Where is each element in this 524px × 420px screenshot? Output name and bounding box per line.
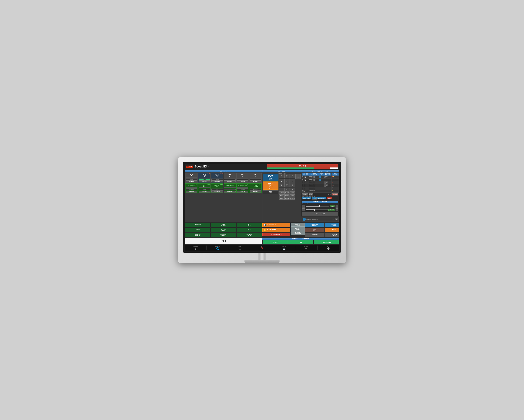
radio-transport-select[interactable]: Unselect — [186, 189, 197, 190]
phone-line-ext102[interactable]: EXT102 Hold — [263, 181, 279, 190]
ptt-btn[interactable]: PTT — [185, 238, 262, 244]
radio-tac2-transmit[interactable]: TRANSMIT — [199, 180, 210, 182]
radio-tac1-transmit[interactable]: TRANSMIT — [186, 180, 197, 182]
dial-2[interactable]: abc2 — [284, 174, 290, 178]
msg-arrow-btn[interactable]: ▶ — [335, 218, 338, 220]
phone-contacts-btn[interactable]: Contacts — [290, 197, 295, 200]
mic-mute-btn[interactable]: MICMUTE — [305, 228, 324, 232]
radio-cid-transmit[interactable]: TRANSMIT — [199, 191, 210, 192]
stop-btn[interactable]: ⏹ Stop — [327, 197, 332, 199]
clear-encrypt-btn[interactable]: CLEAR/ENCRYPT — [211, 228, 236, 232]
vol-slider-thumb-1[interactable] — [319, 205, 320, 207]
forward-calls-btn[interactable]: FORWARDCALLS — [324, 232, 339, 237]
headset-monitor-btn[interactable]: HEADSETMONITOR — [291, 231, 305, 235]
phone-alert-btn[interactable]: Alert — [279, 197, 284, 200]
phone-check-btn[interactable]: ✓Check — [279, 191, 284, 194]
phone-monitor-btn[interactable]: Monitor — [284, 197, 289, 200]
alert-tone-icon: 📢 — [263, 224, 266, 226]
radio-talk-around-select[interactable]: Unselect — [250, 189, 261, 191]
forensics-btn[interactable]: FORENSICS — [314, 240, 339, 244]
msg-info-btn[interactable]: i — [303, 218, 306, 221]
radio-supervisors-transmit[interactable]: TRANSMIT — [237, 191, 248, 192]
dial-0[interactable]: 0 — [284, 188, 290, 191]
phone-back-btn[interactable]: ⌫Back — [284, 191, 289, 194]
radio-tac4-transmit[interactable]: TRANSMIT — [224, 180, 236, 182]
radio-special-ops-select[interactable]: Patch — [211, 189, 223, 191]
radio-cid-select[interactable]: Patch — [199, 189, 210, 190]
dial-9[interactable]: wxyz9 — [290, 183, 295, 188]
radio-supervisors-select[interactable]: Unselect — [237, 189, 248, 190]
hold-btn[interactable]: HOLD — [324, 228, 339, 232]
radio-transport-transmit[interactable]: TRANSMIT — [186, 191, 197, 192]
dial-7[interactable]: pgrs7 — [279, 183, 284, 188]
radio-tac5-transmit[interactable]: TRANSMIT — [237, 180, 248, 182]
dial-3[interactable]: def3 — [290, 174, 295, 178]
chief-btn[interactable]: CHIEF — [263, 240, 288, 244]
phone-stun-btn[interactable]: Stun — [279, 194, 284, 197]
vol-minus-1[interactable]: − — [302, 205, 305, 208]
dial-1[interactable]: 1 — [279, 174, 284, 178]
play-btn[interactable]: ▶ Play — [312, 197, 317, 199]
stop-scroll-btn[interactable]: Stop Scroll — [332, 193, 338, 196]
phone-revive-btn[interactable]: Revive — [284, 194, 289, 197]
phone-group-btn[interactable]: Group — [290, 194, 295, 197]
emerg-btn[interactable]: Emerg — [309, 193, 314, 196]
vol-slider-thumb-2[interactable] — [314, 209, 315, 211]
radio-special-ops-transmit[interactable]: TRANSMIT — [211, 191, 223, 192]
taskbar-logout[interactable]: LOG OUT ➡ — [295, 246, 317, 250]
taskbar-help[interactable]: HELP ❓ — [251, 246, 273, 250]
radio-talk-around-transmit[interactable]: TRANSMIT — [250, 191, 261, 192]
dial-hash[interactable]: # — [290, 188, 295, 191]
alert-tone-btn[interactable]: 📢 ALERT TONE — [262, 223, 290, 227]
phone-911[interactable]: 911 — [263, 190, 279, 194]
radio-tac4-select[interactable] — [224, 179, 236, 180]
simul-select-btn[interactable]: SIMULSELECT — [211, 223, 236, 227]
radio-tac6-transmit[interactable]: TRANSMIT — [250, 180, 261, 182]
radio-narcotics-transmit[interactable]: TRANSMIT — [224, 191, 236, 192]
phone-recall-btn[interactable]: ↩Recall — [296, 174, 301, 179]
taskbar-browser[interactable]: BROWSER 🌐 — [207, 246, 228, 250]
radio-tac2-select[interactable]: Select — [199, 179, 210, 180]
taskbar-mrm[interactable]: MRM 📞 — [229, 246, 251, 250]
all-mute-btn[interactable]: ALLMUTE — [237, 223, 262, 227]
radio-tac5-select[interactable] — [237, 179, 248, 180]
emerg-clear-btn[interactable]: EMERGENCYCLEAR — [211, 232, 236, 237]
taskbar-mode[interactable]: MODE 💻 — [273, 246, 295, 250]
endpoint-btn[interactable]: Endpoint — [302, 193, 308, 196]
taskbar-exit[interactable]: EXIT ⏻ — [317, 246, 339, 250]
dial-8[interactable]: tuv8 — [284, 183, 290, 188]
choose-line-btn[interactable]: Choose Line — [302, 212, 338, 216]
dial-5[interactable]: jkl5 — [284, 179, 290, 183]
dial-star[interactable]: * — [279, 188, 284, 191]
vol-unselect-btn[interactable]: Unselect — [328, 209, 335, 211]
vol-plus-2[interactable]: + — [336, 208, 338, 211]
release-btn[interactable]: RELEASE — [305, 232, 324, 237]
channel-marker-btn[interactable]: CHANNELMARKER — [185, 232, 210, 237]
radio-tac6-select[interactable] — [250, 179, 261, 180]
unselect-btn[interactable]: UNSELECT — [185, 223, 210, 227]
radio-narcotics-select[interactable] — [224, 189, 236, 190]
alarm-tone-btn[interactable]: 🔔 ALARM TONE — [262, 228, 290, 232]
transfer-attended-btn[interactable]: TRANSFERAttended — [305, 223, 324, 227]
radio-tac3-select[interactable]: Unselect — [211, 179, 223, 180]
emergency-btn[interactable]: ⚠ EMERGENCY — [262, 232, 290, 236]
radio-tac3-transmit[interactable]: TRANSMIT — [211, 180, 223, 182]
vol-select-btn[interactable]: Select — [330, 205, 335, 207]
phone-line-ext101[interactable]: EXT101 — [263, 174, 279, 181]
radio-tac1-select[interactable]: Select — [186, 178, 197, 180]
volume-reset-btn[interactable]: VOLUMERESET — [291, 223, 305, 227]
mute-btn[interactable]: MUTE — [237, 228, 262, 232]
vol-plus-1[interactable]: + — [336, 205, 338, 208]
k9-btn[interactable]: K9 — [288, 240, 313, 244]
vol-minus-2[interactable]: − — [302, 208, 305, 211]
phone-commit-btn[interactable]: Commit — [290, 191, 295, 194]
patch-btn[interactable]: PATCH — [185, 228, 210, 232]
dial-6[interactable]: mno6 — [290, 179, 295, 183]
do-not-disturb-btn[interactable]: DO NOTDISTURB — [291, 227, 305, 231]
repeater-onoff-btn[interactable]: REPEATERON/OFF — [237, 232, 262, 237]
prev-line-btn[interactable]: ⏮ Prev for Line — [302, 197, 311, 199]
dial-4[interactable]: ghi4 — [279, 179, 284, 183]
next-line-btn[interactable]: ⏭ Next for Line — [317, 197, 326, 199]
transfer-blind-btn[interactable]: TRANSFERBlind — [324, 223, 339, 227]
taskbar-paging[interactable]: PAGING 🖥 — [185, 246, 207, 250]
